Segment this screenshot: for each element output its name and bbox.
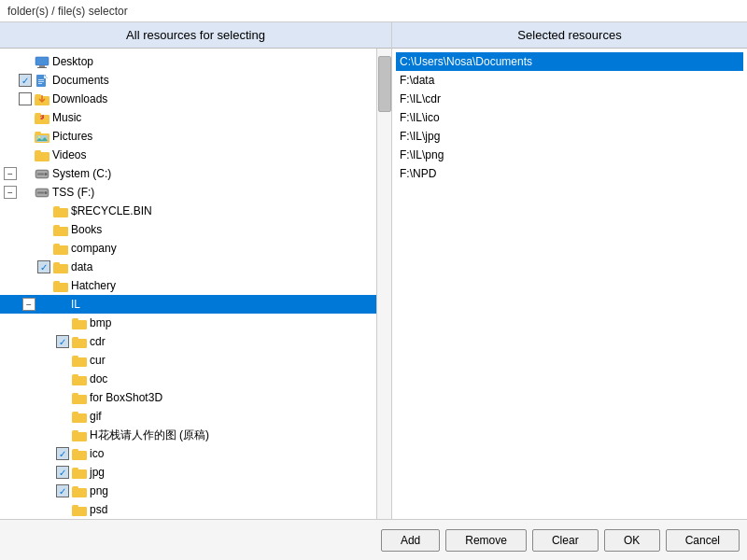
tree-label-tss-f: TSS (F:) (52, 186, 94, 199)
cancel-button[interactable]: Cancel (666, 529, 740, 552)
tree-item-books[interactable]: Books (0, 220, 376, 239)
main-container: All resources for selecting Desktop (0, 22, 747, 560)
tree-item-forboxshot[interactable]: for BoxShot3D (0, 388, 376, 407)
tree-item-downloads[interactable]: Downloads (0, 90, 376, 108)
resource-item-sel5[interactable]: F:\IL\jpg (396, 127, 743, 146)
tree-label-hflower: H花栈请人作的图 (原稿) (90, 427, 209, 443)
resource-item-sel3[interactable]: F:\IL\cdr (396, 90, 743, 108)
add-button[interactable]: Add (381, 529, 440, 552)
tree-item-company[interactable]: company (0, 239, 376, 258)
tree-label-hatchery: Hatchery (71, 279, 116, 292)
clear-button[interactable]: Clear (532, 529, 599, 552)
tree-item-il[interactable]: − IL (0, 295, 376, 314)
svg-rect-2 (37, 67, 47, 68)
svg-rect-36 (72, 320, 78, 323)
scrollbar-track[interactable] (376, 49, 391, 519)
resource-item-sel1[interactable]: C:\Users\Nosa\Documents (396, 52, 743, 71)
checkbox-downloads[interactable] (19, 92, 32, 105)
tree-label-ico: ico (90, 447, 104, 460)
tree-item-ico[interactable]: ico (0, 444, 376, 463)
tree-item-cdr[interactable]: cdr (0, 332, 376, 351)
tree-label-downloads: Downloads (52, 92, 107, 105)
right-panel-content: C:\Users\Nosa\DocumentsF:\dataF:\IL\cdrF… (392, 49, 747, 519)
tree-item-png[interactable]: png (0, 482, 376, 500)
folder-icon-documents (35, 75, 49, 87)
svg-point-13 (38, 136, 40, 138)
svg-rect-31 (53, 264, 60, 267)
svg-rect-46 (72, 413, 78, 416)
left-panel-content: Desktop Documents Downloads Music (0, 49, 391, 519)
tree-item-hatchery[interactable]: Hatchery (0, 276, 376, 295)
folder-icon-company (53, 243, 68, 255)
tree-label-cur: cur (90, 354, 106, 367)
left-panel-header: All resources for selecting (0, 22, 391, 49)
svg-rect-6 (38, 79, 44, 80)
tree-item-tss-f[interactable]: − TSS (F:) (0, 183, 376, 202)
expand-placeholder (4, 148, 17, 161)
tree-label-videos: Videos (52, 148, 86, 161)
tree-label-documents: Documents (52, 74, 109, 87)
expand-placeholder (22, 242, 35, 255)
folder-icon-cdr (72, 336, 87, 348)
collapse-btn[interactable]: − (4, 186, 17, 199)
tree-item-hflower[interactable]: H花栈请人作的图 (原稿) (0, 426, 376, 444)
folder-icon-pictures (35, 131, 49, 143)
folder-icon-desktop (35, 56, 49, 68)
tree-item-data[interactable]: data (0, 258, 376, 276)
expand-placeholder (4, 55, 17, 68)
checkbox-documents[interactable] (19, 74, 32, 87)
folder-icon-videos (35, 149, 49, 161)
tree-label-doc: doc (90, 372, 107, 385)
tree-item-desktop[interactable]: Desktop (0, 52, 376, 71)
folder-icon-hflower (72, 429, 87, 441)
ok-button[interactable]: OK (604, 529, 660, 552)
checkbox-cdr[interactable] (56, 335, 69, 348)
svg-rect-15 (35, 152, 41, 155)
expand-placeholder (22, 204, 35, 217)
svg-rect-27 (53, 227, 60, 230)
svg-rect-38 (72, 339, 78, 342)
right-panel-header: Selected resources (392, 22, 747, 49)
tree-item-psd[interactable]: psd (0, 500, 376, 519)
tree-item-videos[interactable]: Videos (0, 146, 376, 164)
tree-item-gif[interactable]: gif (0, 407, 376, 426)
expand-placeholder (41, 391, 54, 404)
tree-label-psd: psd (90, 503, 107, 516)
tree-item-cur[interactable]: cur (0, 351, 376, 370)
folder-icon-doc (72, 373, 87, 385)
svg-rect-7 (38, 81, 44, 82)
tree-item-documents[interactable]: Documents (0, 71, 376, 90)
resource-item-sel6[interactable]: F:\IL\png (396, 146, 743, 164)
checkbox-ico[interactable] (56, 447, 69, 460)
folder-icon-music (35, 112, 49, 124)
remove-button[interactable]: Remove (445, 529, 527, 552)
expand-placeholder (41, 466, 54, 479)
left-panel: All resources for selecting Desktop (0, 22, 392, 519)
resource-item-sel7[interactable]: F:\NPD (396, 164, 743, 183)
checkbox-data[interactable] (37, 260, 50, 273)
tree-item-doc[interactable]: doc (0, 370, 376, 388)
svg-rect-29 (53, 245, 60, 248)
tree-label-books: Books (71, 223, 102, 236)
resource-item-sel2[interactable]: F:\data (396, 71, 743, 90)
tree-item-bmp[interactable]: bmp (0, 314, 376, 332)
tree-item-music[interactable]: Music (0, 108, 376, 127)
expand-placeholder (41, 316, 54, 329)
tree-label-jpg: jpg (90, 466, 105, 479)
checkbox-png[interactable] (56, 484, 69, 497)
svg-rect-52 (72, 469, 78, 472)
scrollbar-thumb[interactable] (378, 56, 391, 112)
folder-icon-ico (72, 448, 87, 460)
collapse-btn[interactable]: − (22, 298, 35, 311)
tree-item-system-c[interactable]: − System (C:) (0, 164, 376, 183)
checkbox-jpg[interactable] (56, 466, 69, 479)
svg-rect-34 (53, 301, 68, 311)
folder-icon-psd (72, 504, 87, 516)
tree-item-recycle[interactable]: $RECYCLE.BIN (0, 202, 376, 220)
collapse-btn[interactable]: − (4, 167, 17, 180)
resource-item-sel4[interactable]: F:\IL\ico (396, 108, 743, 127)
tree-item-pictures[interactable]: Pictures (0, 127, 376, 146)
tree-item-jpg[interactable]: jpg (0, 463, 376, 482)
svg-rect-48 (72, 432, 78, 435)
svg-rect-1 (39, 65, 45, 67)
